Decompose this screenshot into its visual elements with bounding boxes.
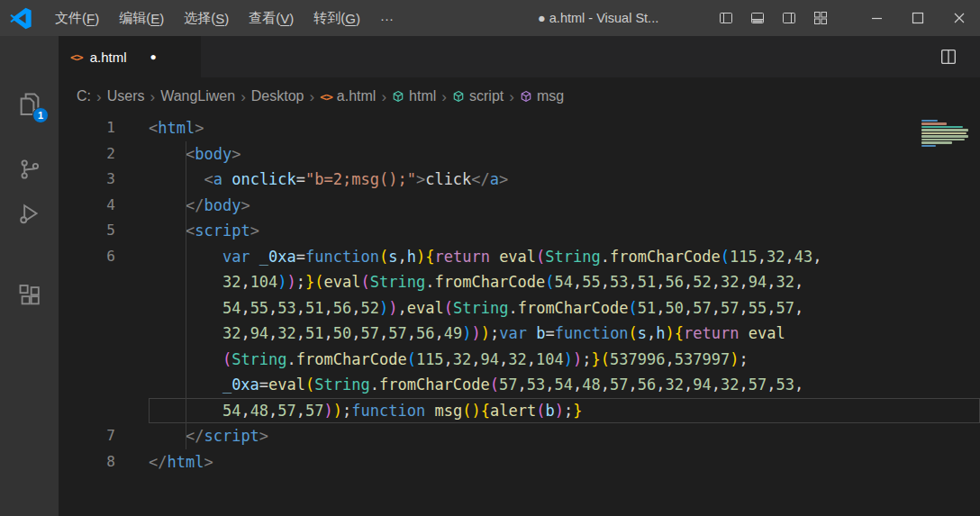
close-icon xyxy=(953,12,966,24)
split-editor-button[interactable] xyxy=(940,49,957,65)
line-number[interactable]: 7 xyxy=(59,423,149,449)
menu-item[interactable]: ··· xyxy=(370,0,404,36)
line-number[interactable]: 2 xyxy=(59,141,149,167)
code-line[interactable]: _0xa=eval(String.fromCharCode(57,53,54,4… xyxy=(149,372,980,398)
code-line[interactable]: var _0xa=function(s,h){return eval(Strin… xyxy=(149,244,980,270)
line-number[interactable] xyxy=(59,372,149,398)
sidebar-item-explorer[interactable]: 1 xyxy=(0,87,59,120)
code-line[interactable]: <html> xyxy=(149,115,980,141)
chevron-right-icon: › xyxy=(509,89,514,104)
run-debug-icon xyxy=(17,201,42,226)
line-number[interactable] xyxy=(59,321,149,347)
symbol-icon xyxy=(392,90,404,103)
breadcrumb-item[interactable]: <>a.html xyxy=(320,88,376,104)
code-row: 7 </script> xyxy=(59,423,980,449)
customize-layout-icon xyxy=(813,11,828,25)
code-line[interactable]: <a onclick="b=2;msg();">click</a> xyxy=(149,167,980,193)
line-number[interactable]: 1 xyxy=(59,115,149,141)
customize-layout-button[interactable] xyxy=(804,0,836,36)
line-number[interactable] xyxy=(59,295,149,321)
extensions-icon xyxy=(17,283,42,308)
breadcrumb-label: Desktop xyxy=(251,88,304,104)
chevron-right-icon: › xyxy=(96,89,102,104)
breadcrumb-item[interactable]: script xyxy=(452,88,504,104)
code-row: 32,104));}(eval(String.fromCharCode(54,5… xyxy=(59,269,980,295)
code-line[interactable]: (String.fromCharCode(115,32,94,32,104));… xyxy=(149,347,980,373)
maximize-button[interactable] xyxy=(897,0,939,36)
minimap-line xyxy=(921,126,963,128)
menu-item[interactable]: 查看(V) xyxy=(239,0,304,36)
line-number[interactable]: 8 xyxy=(59,449,149,475)
breadcrumb-item[interactable]: msg xyxy=(520,88,564,104)
source-control-icon xyxy=(17,157,42,182)
html-file-icon: <> xyxy=(70,50,83,64)
code-row-current: 54,48,57,57));function msg(){alert(b);} xyxy=(59,398,980,424)
line-number[interactable]: 3 xyxy=(59,167,149,193)
breadcrumb-label: a.html xyxy=(337,88,377,104)
html-file-icon: <> xyxy=(320,90,332,104)
line-number[interactable] xyxy=(59,269,149,295)
sidebar-item-run-debug[interactable] xyxy=(0,197,59,230)
minimap-line xyxy=(921,139,965,140)
code-rows: 1<html>2 <body>3 <a onclick="b=2;msg();"… xyxy=(59,115,980,475)
code-line[interactable]: 54,48,57,57));function msg(){alert(b);} xyxy=(149,398,980,424)
line-number[interactable]: 5 xyxy=(59,218,149,244)
close-button[interactable] xyxy=(939,0,980,36)
modified-dot-icon[interactable]: ● xyxy=(150,50,157,63)
sidebar-item-source-control[interactable] xyxy=(0,153,59,186)
code-line[interactable]: </body> xyxy=(149,193,980,219)
menu-item[interactable]: 选择(S) xyxy=(174,0,239,36)
vscode-window: 文件(F)编辑(E)选择(S)查看(V)转到(G)··· ● a.html - … xyxy=(0,0,980,516)
line-number[interactable] xyxy=(59,347,149,373)
breadcrumb-item[interactable]: Users xyxy=(107,88,145,104)
toggle-panel-button[interactable] xyxy=(741,0,773,36)
split-editor-icon xyxy=(940,49,957,65)
layout-sidebar-right-icon xyxy=(782,11,796,25)
code-row: 2 <body> xyxy=(59,141,980,167)
minimize-button[interactable] xyxy=(856,0,897,36)
menu-bar: 文件(F)编辑(E)选择(S)查看(V)转到(G)··· xyxy=(45,0,404,36)
code-line[interactable]: <body> xyxy=(149,141,980,167)
code-line[interactable]: 32,94,32,51,50,57,57,56,49)));var b=func… xyxy=(149,321,980,347)
menu-item[interactable]: 文件(F) xyxy=(45,0,109,36)
minimap-line xyxy=(921,132,966,134)
code-line[interactable]: </script> xyxy=(149,423,980,449)
menu-item[interactable]: 转到(G) xyxy=(304,0,370,36)
titlebar: 文件(F)编辑(E)选择(S)查看(V)转到(G)··· ● a.html - … xyxy=(0,0,980,36)
breadcrumb-item[interactable]: WangLiwen xyxy=(160,88,235,104)
code-row: _0xa=eval(String.fromCharCode(57,53,54,4… xyxy=(59,372,980,398)
toggle-sidebar-left-button[interactable] xyxy=(710,0,741,36)
titlebar-controls xyxy=(710,0,980,36)
code-line[interactable]: <script> xyxy=(149,218,980,244)
code-line[interactable]: 54,55,53,51,56,52)),eval(String.fromChar… xyxy=(149,295,980,321)
breadcrumb-item[interactable]: C: xyxy=(77,88,91,104)
breadcrumb-label: html xyxy=(409,88,436,104)
chevron-right-icon: › xyxy=(240,89,246,104)
sidebar-item-extensions[interactable] xyxy=(0,279,59,312)
minimap[interactable] xyxy=(921,120,974,148)
tab-bar: <> a.html ● xyxy=(59,36,980,77)
minimap-line xyxy=(921,129,968,131)
tab-label: a.html xyxy=(90,50,127,65)
layout-sidebar-left-icon xyxy=(719,11,733,25)
chevron-right-icon: › xyxy=(381,89,386,104)
line-number[interactable]: 4 xyxy=(59,193,149,219)
line-number[interactable]: 6 xyxy=(59,244,149,270)
code-line[interactable]: 32,104));}(eval(String.fromCharCode(54,5… xyxy=(149,269,980,295)
editor-actions xyxy=(940,36,957,77)
code-row: (String.fromCharCode(115,32,94,32,104));… xyxy=(59,347,980,373)
minimap-line xyxy=(921,122,947,124)
code-row: 32,94,32,51,50,57,57,56,49)));var b=func… xyxy=(59,321,980,347)
line-number[interactable] xyxy=(59,398,149,424)
breadcrumb-label: WangLiwen xyxy=(160,88,235,104)
code-line[interactable]: </html> xyxy=(149,449,980,475)
chevron-right-icon: › xyxy=(310,89,315,104)
breadcrumb-item[interactable]: Desktop xyxy=(251,88,304,104)
symbol-icon xyxy=(520,90,532,103)
toggle-sidebar-right-button[interactable] xyxy=(773,0,804,36)
chevron-right-icon: › xyxy=(441,89,447,104)
breadcrumb-item[interactable]: html xyxy=(392,88,436,104)
menu-item[interactable]: 编辑(E) xyxy=(109,0,174,36)
minimap-line xyxy=(921,135,968,137)
tab-a-html[interactable]: <> a.html ● xyxy=(59,36,201,77)
